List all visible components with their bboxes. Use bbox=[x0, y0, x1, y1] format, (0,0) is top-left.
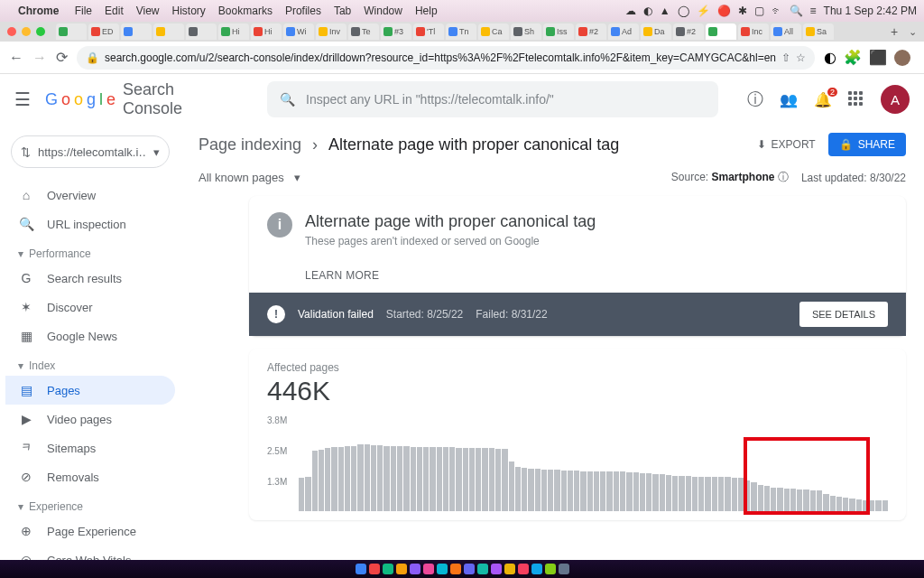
browser-tab[interactable]: Inv bbox=[316, 23, 346, 40]
tabs-menu-button[interactable]: ⌄ bbox=[904, 26, 920, 38]
mac-status-icons[interactable]: ☁◐▲◯⚡🔴✱▢ᯤ🔍≡ Thu 1 Sep 2:42 PM bbox=[625, 5, 917, 17]
browser-tab[interactable]: ED bbox=[88, 23, 119, 40]
users-icon[interactable]: 👥 bbox=[780, 91, 798, 108]
url-text: search.google.com/u/2/search-console/ind… bbox=[105, 51, 776, 64]
sidebar-item-google-news[interactable]: ▦Google News bbox=[5, 322, 175, 350]
kebab-icon[interactable]: ⋮ bbox=[918, 49, 924, 66]
lock-icon: 🔒 bbox=[839, 138, 853, 151]
browser-tab[interactable]: #2 bbox=[673, 23, 704, 40]
mac-dock[interactable] bbox=[0, 560, 924, 578]
browser-tab[interactable]: Hi bbox=[251, 23, 282, 40]
inspect-url-input[interactable]: 🔍 Inspect any URL in "https://telecomtal… bbox=[267, 81, 718, 117]
status-card: i Alternate page with proper canonical t… bbox=[249, 196, 906, 336]
star-icon[interactable]: ☆ bbox=[796, 51, 806, 64]
hamburger-icon[interactable]: ☰ bbox=[14, 89, 31, 110]
sidebar-section-index[interactable]: ▾Index bbox=[5, 350, 175, 376]
chevron-down-icon: ▾ bbox=[153, 145, 160, 159]
back-button[interactable]: ← bbox=[9, 50, 23, 66]
browser-tab[interactable]: #3 bbox=[381, 23, 411, 40]
browser-tab[interactable]: Ad bbox=[608, 23, 639, 40]
notifications-button[interactable]: 🔔 2 bbox=[814, 91, 832, 108]
sidebar-item-core-web-vitals[interactable]: ◎Core Web Vitals bbox=[5, 545, 175, 560]
browser-tab[interactable]: Inc bbox=[738, 23, 769, 40]
breadcrumb: Page indexing › Alternate page with prop… bbox=[199, 125, 619, 164]
new-tab-button[interactable]: + bbox=[886, 24, 902, 39]
property-icon: ⇅ bbox=[21, 145, 31, 159]
info-icon: i bbox=[267, 212, 292, 238]
browser-tab[interactable]: Da bbox=[641, 23, 671, 40]
alert-icon: ! bbox=[267, 305, 285, 323]
search-icon: 🔍 bbox=[18, 217, 34, 231]
profile-avatar-icon[interactable] bbox=[894, 50, 910, 66]
pages-icon: ▤ bbox=[18, 383, 34, 397]
browser-tab[interactable]: Sh bbox=[511, 23, 541, 40]
validation-status: Validation failed bbox=[298, 308, 374, 321]
browser-tab-strip[interactable]: EDHiHiWiInvTe#3'TlTnCaShIss#2AdDa#2IncAl… bbox=[0, 22, 924, 42]
vitals-icon: ◎ bbox=[18, 553, 34, 560]
browser-tab[interactable] bbox=[153, 23, 184, 40]
validation-bar: ! Validation failed Started: 8/25/22 Fai… bbox=[249, 293, 906, 336]
forward-button[interactable]: → bbox=[32, 50, 47, 66]
notification-badge: 2 bbox=[827, 88, 837, 97]
sidebar-section-performance[interactable]: ▾Performance bbox=[5, 238, 175, 264]
browser-tab[interactable]: Tn bbox=[446, 23, 476, 40]
sidebar-item-discover[interactable]: ✶Discover bbox=[5, 293, 175, 322]
browser-tab[interactable] bbox=[706, 23, 736, 40]
sidebar-item-page-experience[interactable]: ⊕Page Experience bbox=[5, 517, 175, 545]
sidebar-item-overview[interactable]: ⌂Overview bbox=[5, 181, 175, 210]
browser-tab[interactable]: All bbox=[771, 23, 801, 40]
browser-tab[interactable]: Wi bbox=[283, 23, 314, 40]
sidebar-section-experience[interactable]: ▾Experience bbox=[5, 491, 175, 517]
learn-more-link[interactable]: LEARN MORE bbox=[305, 269, 906, 282]
browser-tab[interactable]: Iss bbox=[543, 23, 574, 40]
browser-tab[interactable] bbox=[186, 23, 217, 40]
sidebar-item-search-results[interactable]: GSearch results bbox=[5, 264, 175, 293]
filter-dropdown[interactable]: All known pages ▾ bbox=[199, 171, 300, 184]
sidebar-item-video-pages[interactable]: ▶Video pages bbox=[5, 405, 175, 434]
browser-tab[interactable]: Sa bbox=[803, 23, 834, 40]
sidebar-item-pages[interactable]: ▤Pages bbox=[5, 376, 175, 405]
sidebar: ⇅ https://telecomtalk.i… ▾ ⌂Overview 🔍UR… bbox=[0, 125, 180, 560]
sitemap-icon: ᆿ bbox=[18, 440, 34, 456]
main-content: Page indexing › Alternate page with prop… bbox=[180, 125, 924, 560]
source-label: Source: Smartphone ⓘ bbox=[671, 170, 789, 185]
browser-tab[interactable]: Ca bbox=[478, 23, 509, 40]
browser-tab[interactable] bbox=[56, 23, 87, 40]
browser-tab[interactable]: Hi bbox=[218, 23, 249, 40]
last-updated: Last updated: 8/30/22 bbox=[801, 172, 906, 184]
browser-tab[interactable]: #2 bbox=[576, 23, 606, 40]
gsc-logo[interactable]: Google Search Console bbox=[45, 80, 235, 118]
chevron-right-icon: › bbox=[312, 135, 318, 154]
browser-tab[interactable]: Te bbox=[348, 23, 379, 40]
browser-tab[interactable]: 'Tl bbox=[413, 23, 444, 40]
property-selector[interactable]: ⇅ https://telecomtalk.i… ▾ bbox=[11, 135, 170, 168]
discover-icon: ✶ bbox=[18, 300, 34, 314]
apps-icon[interactable] bbox=[848, 91, 864, 107]
mac-menubar: Chrome FileEditViewHistoryBookmarksProfi… bbox=[0, 0, 924, 22]
sidebar-item-url-inspection[interactable]: 🔍URL inspection bbox=[5, 210, 175, 238]
mac-menu-items[interactable]: Chrome FileEditViewHistoryBookmarksProfi… bbox=[18, 5, 450, 17]
share-button[interactable]: 🔒SHARE bbox=[828, 133, 906, 156]
video-icon: ▶ bbox=[18, 412, 34, 426]
minimize-icon bbox=[22, 27, 31, 36]
reload-button[interactable]: ⟳ bbox=[56, 49, 68, 66]
affected-pages-chart: 3.8M 2.5M 1.3M bbox=[267, 415, 888, 515]
help-icon[interactable]: ⓘ bbox=[747, 89, 763, 110]
help-icon[interactable]: ⓘ bbox=[778, 171, 789, 183]
extension-icons[interactable]: ◐🧩⬛ ⋮ bbox=[824, 49, 924, 66]
sidebar-item-sitemaps[interactable]: ᆿSitemaps bbox=[5, 434, 175, 462]
sidebar-item-removals[interactable]: ⊘Removals bbox=[5, 462, 175, 491]
address-bar[interactable]: 🔒 search.google.com/u/2/search-console/i… bbox=[77, 46, 815, 70]
gsc-header: ☰ Google Search Console 🔍 Inspect any UR… bbox=[0, 74, 924, 125]
lock-icon: 🔒 bbox=[86, 51, 99, 64]
account-avatar[interactable]: A bbox=[881, 85, 910, 114]
export-button[interactable]: ⬇EXPORT bbox=[757, 138, 816, 151]
breadcrumb-parent[interactable]: Page indexing bbox=[199, 135, 301, 154]
window-controls[interactable] bbox=[7, 27, 45, 36]
close-icon bbox=[7, 27, 16, 36]
share-page-icon[interactable]: ⇧ bbox=[781, 51, 790, 64]
see-details-button[interactable]: SEE DETAILS bbox=[799, 302, 888, 327]
news-icon: ▦ bbox=[18, 329, 34, 343]
browser-tab[interactable] bbox=[121, 23, 152, 40]
home-icon: ⌂ bbox=[18, 188, 34, 202]
